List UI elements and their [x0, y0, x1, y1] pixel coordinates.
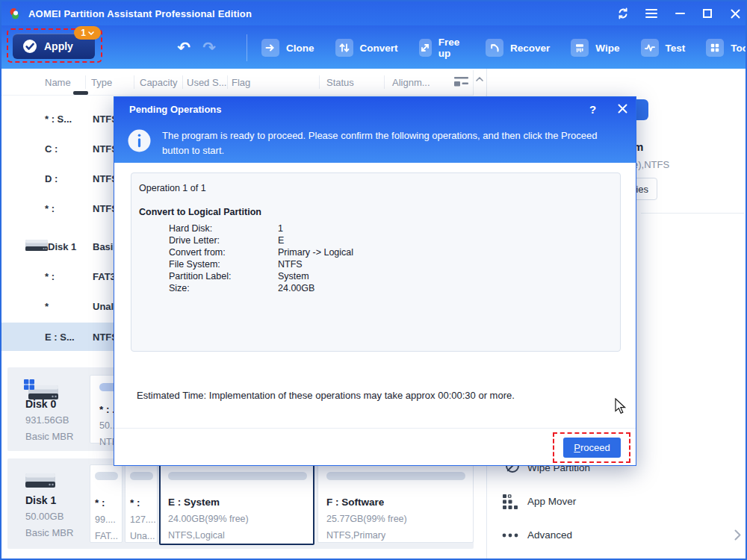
convert-button[interactable]: Convert — [335, 39, 398, 57]
disk1-panel: Disk 1 50.00GB Basic MBR * : 99.... FAT.… — [7, 458, 474, 549]
recover-label: Recover — [510, 43, 550, 54]
disk-type: Basic MBR — [25, 527, 73, 538]
partition-block-selected[interactable]: E : System 24.00GB(99% free) NTFS,Logica… — [159, 462, 314, 545]
field-value: System — [278, 271, 309, 281]
title-bar: AOMEI Partition Assistant Professional E… — [1, 1, 746, 25]
dialog-header: Pending Operations ? The program is read… — [114, 97, 636, 163]
badge-count: 1 — [81, 28, 86, 38]
properties-button-label: ies — [636, 184, 648, 195]
field-label: Size: — [169, 283, 190, 293]
partition-block[interactable]: F : Software 25.77GB(99% free) NTFS,Prim… — [317, 464, 474, 543]
estimated-time-text: Estimated Time: Implementation of these … — [137, 390, 515, 401]
sidebar-item-label: App Mover — [527, 496, 576, 507]
wipe-icon — [571, 39, 589, 57]
menu-icon[interactable] — [642, 5, 661, 22]
free-up-button[interactable]: Free up — [419, 37, 465, 59]
apply-badge[interactable]: 1 — [74, 26, 101, 40]
partition-size: 25.77GB(99% free) — [326, 514, 407, 524]
field-value: 1 — [278, 223, 283, 234]
row-type: Unal — [93, 301, 114, 312]
dialog-close-icon[interactable] — [618, 104, 627, 113]
field-value: 24.00GB — [278, 283, 314, 293]
sidebar-partition-info-fragment: e),NTFS — [633, 159, 669, 170]
clone-button[interactable]: Clone — [261, 39, 314, 57]
recover-icon — [486, 39, 503, 57]
column-name[interactable]: Name — [45, 77, 71, 88]
clone-label: Clone — [286, 43, 314, 54]
partition-size: 50.. — [99, 420, 115, 431]
help-icon[interactable]: ? — [589, 103, 596, 116]
refresh-icon[interactable] — [613, 5, 633, 22]
row-name: * : S... — [45, 113, 72, 125]
tools-button[interactable]: Tools — [706, 39, 747, 57]
clone-icon — [261, 39, 279, 57]
test-label: Test — [666, 43, 686, 54]
proceed-label-initial: P — [574, 442, 580, 453]
field-value: Primary -> Logical — [278, 247, 353, 258]
column-settings-icon[interactable] — [454, 77, 469, 88]
test-button[interactable]: Test — [641, 39, 686, 57]
sidebar-section-divider — [641, 213, 744, 214]
partition-name: * : — [130, 497, 155, 508]
apply-label: Apply — [44, 40, 73, 52]
tools-label: Tools — [731, 43, 747, 54]
operation-count: Operation 1 of 1 — [139, 183, 206, 193]
row-name: Disk 1 — [48, 241, 76, 252]
tools-icon — [706, 39, 724, 57]
row-name: C : — [45, 143, 58, 155]
disk-icon — [24, 470, 57, 491]
column-type[interactable]: Type — [91, 77, 112, 88]
dialog-title: Pending Operations — [129, 104, 222, 115]
minimize-button[interactable] — [670, 5, 689, 22]
dialog-message-line2: button to start. — [162, 145, 224, 156]
disk-icon — [24, 237, 49, 253]
partition-fs: NTFS,Logical — [168, 530, 225, 541]
convert-label: Convert — [360, 43, 398, 54]
free-up-icon — [419, 39, 432, 57]
toolbar-divider — [247, 34, 247, 61]
disk-name: Disk 0 — [25, 398, 56, 410]
maximize-button[interactable] — [698, 5, 717, 22]
row-name: E : S... — [45, 332, 75, 343]
wipe-button[interactable]: Wipe — [571, 39, 619, 57]
pending-operations-dialog: Pending Operations ? The program is read… — [114, 96, 636, 466]
row-name: * : — [45, 203, 55, 214]
app-logo-icon — [9, 7, 22, 20]
chevron-right-icon — [734, 529, 741, 541]
proceed-button[interactable]: Proceed — [563, 438, 621, 458]
column-flag[interactable]: Flag — [232, 77, 250, 88]
app-window: AOMEI Partition Assistant Professional E… — [0, 0, 747, 560]
partition-fs: Una... — [130, 531, 155, 541]
field-label: Hard Disk: — [169, 223, 212, 234]
column-capacity[interactable]: Capacity — [140, 77, 178, 88]
column-alignment[interactable]: Alignm... — [392, 77, 430, 88]
mouse-cursor — [615, 398, 627, 414]
field-label: Drive Letter: — [169, 235, 220, 246]
more-dots-icon — [502, 532, 518, 538]
chevron-down-icon — [88, 31, 94, 35]
partition-size: 99.... — [95, 514, 120, 525]
column-status[interactable]: Status — [326, 77, 354, 88]
partition-block[interactable]: * : 127.... Una... — [125, 464, 158, 543]
field-label: Convert from: — [169, 247, 226, 258]
scrollbar-up[interactable] — [473, 70, 486, 96]
recover-button[interactable]: Recover — [486, 39, 550, 57]
partition-block[interactable]: * : 99.... FAT... — [90, 464, 123, 543]
info-icon — [128, 129, 151, 152]
partition-fs: NTFS,Primary — [326, 530, 385, 541]
partition-name: * : . — [99, 404, 115, 415]
redo-button[interactable]: ↷ — [199, 37, 220, 59]
field-label: File System: — [169, 259, 220, 270]
disk-capacity: 50.00GB — [25, 511, 63, 522]
field-value: E — [278, 235, 284, 246]
undo-button[interactable]: ↶ — [173, 37, 194, 59]
partition-size: 127.... — [130, 514, 155, 525]
close-button[interactable] — [725, 5, 745, 22]
disk-capacity: 931.56GB — [25, 414, 69, 426]
wipe-label: Wipe — [595, 43, 619, 54]
partition-name: E : System — [168, 497, 220, 508]
dialog-message-line1: The program is ready to proceed. Please … — [162, 130, 597, 141]
row-name: * — [45, 301, 49, 312]
app-mover-icon — [503, 494, 518, 510]
column-used[interactable]: Used S... — [187, 77, 226, 88]
